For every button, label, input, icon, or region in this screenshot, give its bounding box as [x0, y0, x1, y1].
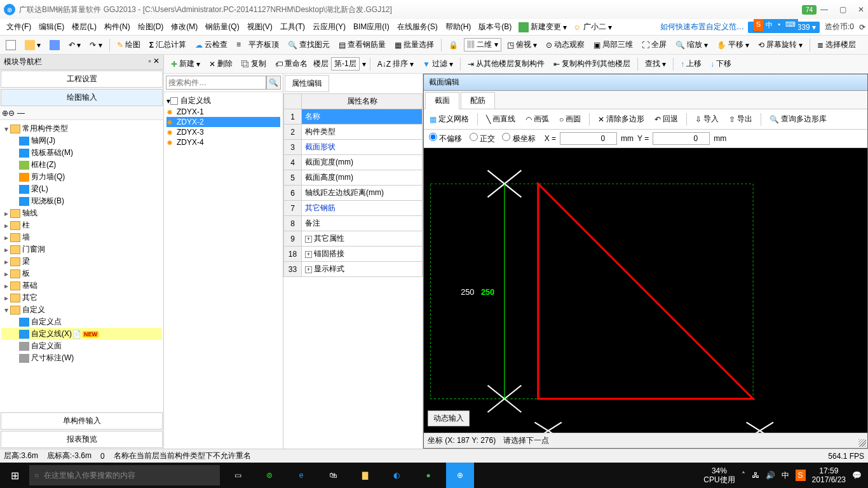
menu-tools[interactable]: 工具(T) [276, 20, 309, 34]
tray-up-icon[interactable]: ˄ [742, 471, 745, 480]
maximize-button[interactable]: ▢ [839, 5, 846, 14]
user-dropdown[interactable]: ☺ 广小二 ▾ [570, 20, 614, 34]
menu-floor[interactable]: 楼层(L) [68, 20, 100, 34]
tree-item-beam[interactable]: 梁(L) [1, 183, 162, 195]
property-tab[interactable]: 属性编辑 [285, 75, 329, 92]
zoom-button[interactable]: 🔍缩放 ▾ [672, 37, 711, 52]
menu-version[interactable]: 版本号(B) [475, 20, 515, 34]
draw-arc-button[interactable]: ◠画弧 [522, 112, 552, 126]
draw-button[interactable]: ✎绘图 [114, 37, 144, 52]
dynamic-observe-button[interactable]: ⊙动态观察 [543, 37, 588, 52]
copy-from-floor-button[interactable]: ⇥从其他楼层复制构件 [465, 57, 548, 71]
tree-item-axis[interactable]: 轴网(J) [1, 135, 162, 147]
menu-modify[interactable]: 修改(M) [167, 20, 201, 34]
component-item-1[interactable]: ✸ZDYX-1 [166, 107, 280, 117]
tab-draw-input[interactable]: 绘图输入 [1, 89, 163, 106]
x-input[interactable] [560, 132, 617, 145]
start-button[interactable]: ⊞ [0, 470, 29, 482]
tab-section[interactable]: 截面 [425, 92, 459, 109]
filter-button[interactable]: ▼过滤 ▾ [419, 57, 456, 71]
y-input[interactable] [653, 132, 710, 145]
taskbar-app-1[interactable]: ⊚ [255, 463, 283, 488]
tree-group-axis[interactable]: ▸轴线 [1, 207, 162, 219]
menu-steel[interactable]: 钢筋量(Q) [201, 20, 243, 34]
prop-type[interactable]: 构件类型 [302, 125, 423, 140]
taskbar-explorer[interactable]: ▇ [351, 463, 379, 488]
undo-polygon-button[interactable]: ↶回退 [651, 112, 681, 126]
open-file-button[interactable]: ▾ [22, 38, 44, 52]
prop-height[interactable]: 截面高度(mm) [302, 170, 423, 186]
tab-rebar[interactable]: 配筋 [461, 92, 495, 109]
menu-online[interactable]: 在线服务(S) [393, 20, 442, 34]
prop-other-attr[interactable]: +其它属性 [302, 231, 423, 247]
tree-item-raft[interactable]: 筏板基础(M) [1, 147, 162, 159]
draw-line-button[interactable]: ╲画直线 [483, 112, 519, 126]
tray-ime[interactable]: 中 [782, 470, 789, 481]
search-input[interactable] [166, 76, 266, 90]
dynamic-input-button[interactable]: 动态输入 [428, 410, 470, 426]
prop-name[interactable]: 名称 [302, 109, 423, 125]
radio-polar[interactable]: 极坐标 [502, 134, 535, 143]
expand-icon[interactable]: + [305, 236, 312, 243]
import-button[interactable]: ⇩导入 [692, 112, 722, 126]
prop-axis-dist[interactable]: 轴线距左边线距离(mm) [302, 186, 423, 201]
select-floors-button[interactable]: ≣选择楼层 [814, 37, 859, 52]
new-change-button[interactable]: 新建变更 ▾ [515, 20, 570, 34]
tree-group-custom[interactable]: ▾自定义 [1, 304, 162, 316]
sort-button[interactable]: A↓Z排序 ▾ [374, 57, 417, 71]
find-button[interactable]: 查找 ▾ [642, 57, 669, 71]
tip-link[interactable]: 如何快速布置自定义范… [656, 20, 748, 34]
taskbar-current-app[interactable]: ⊕ [446, 463, 474, 488]
radio-ortho[interactable]: 正交 [470, 134, 495, 143]
floor-combo[interactable]: 第-1层 [331, 57, 360, 71]
tree-group-slab[interactable]: ▸板 [1, 268, 162, 280]
menu-file[interactable]: 文件(F) [3, 20, 35, 34]
tree-item-shearwall[interactable]: 剪力墙(Q) [1, 171, 162, 183]
taskbar-search[interactable]: ○在这里输入你要搜索的内容 [29, 465, 220, 485]
menu-bim[interactable]: BIM应用(I) [349, 20, 393, 34]
expand-all-icon[interactable]: ⊕⊖ [2, 109, 15, 118]
prop-remark[interactable]: 备注 [302, 216, 423, 231]
move-down-button[interactable]: ↓下移 [707, 57, 735, 71]
tree-item-slab[interactable]: 现浇板(B) [1, 195, 162, 207]
save-button[interactable] [46, 38, 63, 52]
search-button[interactable]: 🔍 [266, 76, 281, 90]
local-3d-button[interactable]: ▣局部三维 [590, 37, 636, 52]
tab-single-input[interactable]: 单构件输入 [1, 412, 163, 430]
tree-item-column[interactable]: 框柱(Z) [1, 159, 162, 171]
new-component-button[interactable]: ✚新建 ▾ [168, 57, 203, 71]
tray-notification-icon[interactable]: 💬 [852, 471, 862, 480]
top-view-button[interactable]: ◳俯视 ▾ [504, 37, 540, 52]
batch-select-button[interactable]: ▦批量选择 [391, 37, 437, 52]
tree-group-other[interactable]: ▸其它 [1, 292, 162, 304]
close-button[interactable]: ✕ [858, 5, 864, 14]
move-up-button[interactable]: ↑上移 [677, 57, 705, 71]
polygon-lib-button[interactable]: 🔍查询多边形库 [766, 112, 830, 126]
tree-group-beam[interactable]: ▸梁 [1, 255, 162, 268]
view-steel-button[interactable]: ▤查看钢筋量 [336, 37, 389, 52]
tree-group-column[interactable]: ▸柱 [1, 219, 162, 231]
resize-grip[interactable] [858, 439, 866, 447]
tray-sogou-icon[interactable]: S [796, 470, 806, 481]
taskbar-edge[interactable]: e [287, 463, 315, 488]
redo-button[interactable]: ↷ ▾ [86, 39, 105, 51]
tab-report-preview[interactable]: 报表预览 [1, 431, 163, 448]
tab-project-settings[interactable]: 工程设置 [1, 71, 163, 88]
tray-volume-icon[interactable]: 🔊 [766, 471, 775, 480]
view-mode-combo[interactable]: ▥ 二维 ▾ [464, 38, 501, 51]
rename-button[interactable]: 🏷重命名 [272, 57, 311, 71]
prop-shape[interactable]: 截面形状 [302, 140, 423, 155]
prop-other-steel[interactable]: 其它钢筋 [302, 201, 423, 216]
notification-badge[interactable]: 74 [802, 5, 817, 15]
taskbar-app-2[interactable]: ◐ [383, 463, 410, 488]
menu-view[interactable]: 视图(V) [243, 20, 276, 34]
refresh-icon[interactable]: ⟳ [859, 23, 865, 32]
export-button[interactable]: ⇧导出 [726, 112, 756, 126]
sum-button[interactable]: Σ 汇总计算 [146, 37, 189, 52]
component-tree[interactable]: ▾自定义线 ✸ZDYX-1 ✸ZDYX-2 ✸ZDYX-3 ✸ZDYX-4 [164, 92, 283, 449]
tree-group-wall[interactable]: ▸墙 [1, 231, 162, 243]
copy-component-button[interactable]: ⿻复制 [238, 57, 269, 71]
minimize-button[interactable]: — [820, 5, 828, 14]
pan-button[interactable]: ✋平移 ▾ [714, 37, 752, 52]
expand-icon[interactable]: + [305, 266, 312, 273]
